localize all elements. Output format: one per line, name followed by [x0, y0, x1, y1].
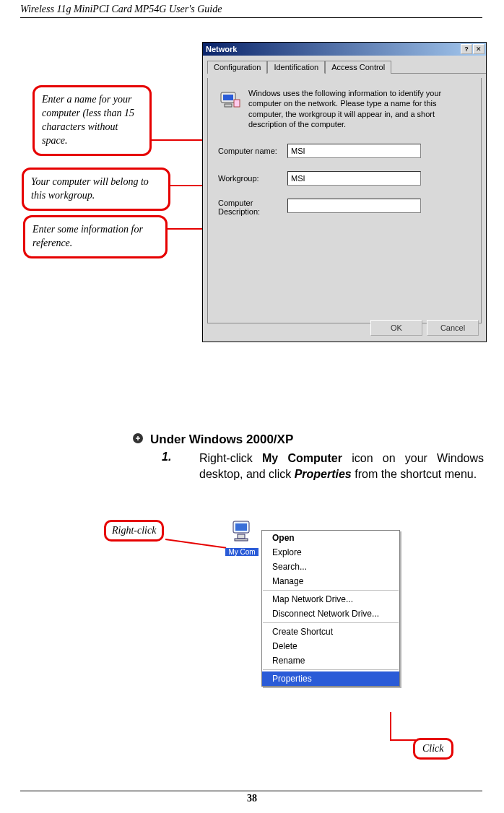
ok-button[interactable]: OK — [370, 320, 422, 336]
svg-rect-3 — [234, 100, 240, 107]
context-menu: Open Explore Search... Manage Map Networ… — [261, 530, 400, 687]
step-number: 1. — [162, 451, 171, 464]
computer-name-label: Computer name: — [218, 147, 287, 155]
dialog-title: Network — [204, 45, 237, 53]
menu-separator-1 — [263, 590, 399, 591]
workgroup-row: Workgroup: — [218, 171, 471, 186]
help-button[interactable]: ? — [461, 44, 472, 54]
menu-explore[interactable]: Explore — [262, 545, 399, 560]
my-computer-icon[interactable]: My Com — [225, 518, 258, 557]
callout-workgroup: Your computer will belong to this workgr… — [22, 168, 170, 211]
connector-rc — [165, 539, 226, 549]
computer-info-icon — [218, 88, 241, 111]
menu-manage[interactable]: Manage — [262, 574, 399, 588]
tab-identification[interactable]: Identification — [267, 61, 325, 74]
connector-click-v — [390, 712, 391, 739]
workgroup-label: Workgroup: — [218, 174, 287, 183]
tab-content: Windows uses the following information t… — [207, 78, 482, 323]
menu-open[interactable]: Open — [262, 531, 399, 545]
callout-computer-name: Enter a name for your computer (less tha… — [32, 85, 152, 156]
menu-separator-2 — [263, 622, 399, 623]
network-dialog: Network ? ✕ Configuration Identification… — [202, 42, 487, 342]
menu-map-drive[interactable]: Map Network Drive... — [262, 592, 399, 607]
dialog-window-buttons: ? ✕ — [461, 44, 485, 54]
menu-disconnect-drive[interactable]: Disconnect Network Drive... — [262, 607, 399, 621]
description-label: Computer Description: — [218, 199, 287, 216]
computer-name-input[interactable] — [287, 144, 421, 158]
bullet-icon — [133, 433, 143, 443]
dialog-action-buttons: OK Cancel — [370, 320, 479, 336]
menu-rename[interactable]: Rename — [262, 653, 399, 668]
info-text: Windows uses the following information t… — [248, 88, 471, 129]
dialog-tabs: Configuration Identification Access Cont… — [207, 60, 486, 74]
step-text: Right-click My Computer icon on your Win… — [199, 451, 484, 482]
workgroup-input[interactable] — [287, 171, 421, 186]
tab-access-control[interactable]: Access Control — [325, 61, 391, 74]
dialog-titlebar: Network ? ✕ — [203, 43, 486, 56]
description-row: Computer Description: — [218, 199, 471, 216]
svg-rect-2 — [225, 104, 232, 107]
svg-rect-6 — [235, 523, 247, 531]
footer-divider — [20, 791, 482, 791]
callout-description: Enter some information for reference. — [23, 215, 168, 258]
svg-rect-1 — [223, 95, 233, 100]
menu-properties[interactable]: Properties — [262, 671, 399, 686]
menu-create-shortcut[interactable]: Create Shortcut — [262, 625, 399, 639]
menu-search[interactable]: Search... — [262, 560, 399, 574]
page-header-title: Wireless 11g MiniPCI Card MP54G User's G… — [20, 4, 222, 15]
svg-rect-7 — [238, 534, 245, 539]
header-divider — [20, 17, 482, 18]
close-button[interactable]: ✕ — [473, 44, 485, 54]
my-computer-label: My Com — [225, 548, 258, 556]
cancel-button[interactable]: Cancel — [427, 320, 479, 336]
computer-name-row: Computer name: — [218, 144, 471, 158]
section-title: Under Windows 2000/XP — [150, 432, 293, 447]
description-input[interactable] — [287, 199, 421, 213]
callout-click: Click — [413, 738, 453, 760]
callout-right-click: Right-click — [104, 520, 164, 542]
info-row: Windows uses the following information t… — [218, 88, 471, 129]
menu-delete[interactable]: Delete — [262, 639, 399, 653]
page-number: 38 — [0, 793, 504, 804]
tab-configuration[interactable]: Configuration — [207, 61, 267, 74]
menu-separator-3 — [263, 669, 399, 670]
svg-rect-8 — [235, 539, 248, 541]
connector-click-h — [390, 739, 416, 741]
